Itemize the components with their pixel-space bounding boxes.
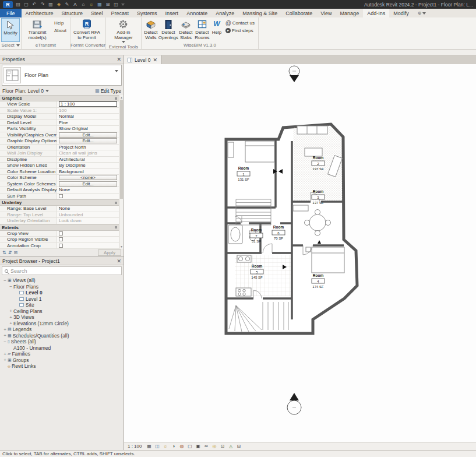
- tab-precast[interactable]: Precast: [107, 9, 133, 17]
- revit-logo-icon[interactable]: R: [3, 1, 13, 8]
- tree-elevations[interactable]: +Elevations (12mm Circle): [0, 321, 124, 327]
- qat-thin-lines-icon[interactable]: ▦: [97, 1, 103, 8]
- view-tab-level-0[interactable]: Level 0 ✕: [124, 55, 161, 64]
- properties-header[interactable]: Properties ✕: [0, 55, 124, 64]
- tab-collaborate[interactable]: Collaborate: [281, 9, 316, 17]
- wisebim-help-button[interactable]: W Help: [210, 18, 223, 42]
- tab-file[interactable]: File: [0, 9, 22, 17]
- system-color-schemes-edit-button[interactable]: Edit...: [59, 181, 117, 187]
- modify-button[interactable]: Modify: [1, 18, 20, 42]
- visual-style-icon[interactable]: ◫: [154, 444, 160, 449]
- range-base-value[interactable]: None: [57, 206, 119, 212]
- qat-switch-windows-icon[interactable]: ◫: [113, 1, 119, 8]
- color-scheme-button[interactable]: <none>: [59, 175, 117, 180]
- transmit-models-button[interactable]: Transmit model(s): [23, 18, 52, 42]
- detect-rooms-button[interactable]: Detect Rooms: [194, 18, 210, 42]
- tab-insert[interactable]: Insert: [161, 9, 183, 17]
- qat-text-icon[interactable]: A: [72, 1, 78, 8]
- room-tag-5[interactable]: Room 5 145 SF: [251, 264, 263, 279]
- discipline-value[interactable]: Architectural: [57, 157, 119, 163]
- instance-caret-icon[interactable]: [45, 90, 49, 92]
- tab-massing-site[interactable]: Massing & Site: [238, 9, 281, 17]
- tab-systems[interactable]: Systems: [133, 9, 161, 17]
- tab-structure[interactable]: Structure: [58, 9, 87, 17]
- contact-us-button[interactable]: @Contact us: [224, 19, 256, 26]
- annotation-crop-checkbox[interactable]: [59, 244, 63, 248]
- tree-sheet-a100[interactable]: A100 - Unnamed: [0, 345, 124, 351]
- room-tag-7[interactable]: Room 7 51 SF: [250, 228, 263, 243]
- scrollbar-thumb[interactable]: [120, 100, 123, 199]
- select-panel-label[interactable]: Select: [0, 42, 21, 49]
- graphic-display-edit-button[interactable]: Edit...: [59, 138, 117, 143]
- type-selector[interactable]: Floor Plan: [2, 65, 122, 86]
- properties-close-icon[interactable]: ✕: [117, 57, 121, 62]
- temporary-view-properties-icon[interactable]: ⊡: [219, 444, 225, 449]
- room-tag-1[interactable]: Room 1 131 SF: [237, 166, 250, 181]
- floor-plan-drawing[interactable]: Room 1 131 SF Room 2 197 SF Room: [124, 64, 475, 451]
- sun-path-checkbox[interactable]: [59, 194, 63, 198]
- detect-walls-button[interactable]: Detect Walls: [143, 18, 159, 42]
- sort-filter-icon[interactable]: ⊞: [13, 250, 17, 255]
- ribbon-state-toggle[interactable]: ⊕: [413, 9, 431, 17]
- room-tag-4[interactable]: Room 4 174 SF: [312, 273, 325, 289]
- display-model-value[interactable]: Normal: [57, 114, 119, 119]
- sun-path-icon[interactable]: ☼: [162, 444, 168, 449]
- tab-view[interactable]: View: [316, 9, 336, 17]
- tree-groups[interactable]: +▣Groups: [0, 357, 124, 364]
- tree-floor-plans[interactable]: −Floor Plans: [0, 284, 124, 290]
- edit-type-button[interactable]: ▦Edit Type: [95, 88, 121, 94]
- color-scheme-location-value[interactable]: Background: [57, 169, 119, 175]
- section-extents[interactable]: Extents: [0, 224, 119, 231]
- tree-legends[interactable]: +▤Legends: [0, 326, 124, 333]
- analysis-display-value[interactable]: None: [57, 187, 119, 193]
- detail-level-value[interactable]: Fine: [57, 120, 119, 126]
- elevation-marker-north[interactable]: [289, 66, 299, 82]
- tab-modify[interactable]: Modify: [389, 9, 413, 17]
- tab-architecture[interactable]: Architecture: [22, 9, 58, 17]
- detect-slabs-button[interactable]: Detect Slabs: [178, 18, 194, 42]
- sort-group-icon[interactable]: ⇵: [8, 250, 12, 255]
- tree-ceiling-plans[interactable]: +Ceiling Plans: [0, 308, 124, 315]
- detail-level-icon[interactable]: ▦: [146, 444, 152, 449]
- type-selector-caret-icon[interactable]: [115, 72, 120, 78]
- reveal-constraints-icon[interactable]: ⊟: [235, 444, 242, 449]
- scroll-up-icon[interactable]: ▲: [119, 95, 124, 100]
- tab-manage[interactable]: Manage: [336, 9, 364, 17]
- tree-families[interactable]: +▱Families: [0, 351, 124, 357]
- tree-3d-views[interactable]: +3D Views: [0, 314, 124, 321]
- add-in-manager-button[interactable]: Add-in Manager: [107, 18, 140, 44]
- properties-scrollbar[interactable]: ▲ ▼: [119, 95, 124, 249]
- tab-analyze[interactable]: Analyze: [211, 9, 238, 17]
- crop-region-checkbox[interactable]: [59, 237, 63, 241]
- sort-alpha-icon[interactable]: ⇅: [2, 250, 6, 255]
- vg-overrides-edit-button[interactable]: Edit...: [59, 132, 117, 138]
- first-steps-button[interactable]: ▸First steps: [224, 27, 256, 34]
- room-tag-6[interactable]: Room 6 70 SF: [272, 225, 285, 240]
- section-underlay[interactable]: Underlay: [0, 199, 119, 206]
- shadows-icon[interactable]: ◑: [170, 444, 177, 449]
- room-tag-2[interactable]: Room 2 197 SF: [312, 156, 325, 171]
- tab-add-ins[interactable]: Add-Ins: [363, 9, 389, 17]
- scroll-down-icon[interactable]: ▼: [119, 244, 124, 249]
- instance-selector-label[interactable]: Floor Plan: Level 0: [2, 88, 44, 94]
- tab-annotate[interactable]: Annotate: [182, 9, 211, 17]
- crop-region-icon[interactable]: ▣: [195, 444, 201, 449]
- crop-view-checkbox[interactable]: [59, 231, 63, 235]
- tree-level-0[interactable]: Level 0: [0, 290, 124, 296]
- project-browser-close-icon[interactable]: ✕: [117, 258, 121, 264]
- detect-openings-button[interactable]: Detect Openings: [159, 18, 178, 42]
- tree-views-all[interactable]: −▣Views (all): [0, 277, 124, 284]
- drawing-area[interactable]: Level 0 ✕: [124, 55, 476, 450]
- view-scale-input[interactable]: 1 : 100: [59, 101, 117, 107]
- qat-customize-caret-icon[interactable]: [121, 3, 125, 6]
- view-tab-close-icon[interactable]: ✕: [153, 57, 157, 63]
- tree-site[interactable]: Site: [0, 302, 124, 308]
- qat-print-icon[interactable]: ▥: [48, 1, 54, 8]
- tree-sheets[interactable]: −▯Sheets (all): [0, 339, 124, 345]
- qat-open-icon[interactable]: ▤: [15, 1, 21, 8]
- tab-steel[interactable]: Steel: [87, 9, 107, 17]
- elevation-marker-south[interactable]: [287, 393, 301, 414]
- scale-button[interactable]: 1 : 100: [128, 444, 142, 449]
- qat-close-hidden-icon[interactable]: ⊞: [105, 1, 111, 8]
- convert-rfa-button[interactable]: R Convert RFA to Formit: [72, 18, 102, 42]
